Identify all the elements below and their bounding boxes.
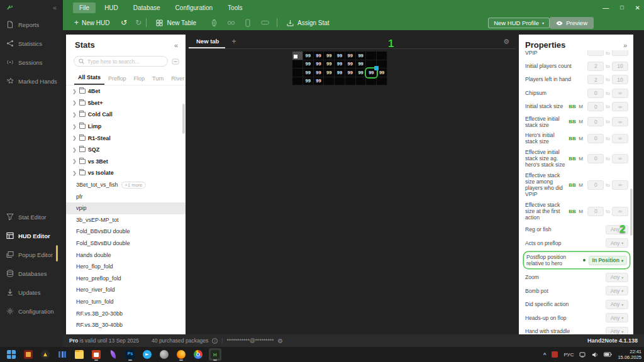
- hud-stat-cell[interactable]: 99: [335, 52, 345, 60]
- sidebar-item-popup-editor[interactable]: Popup Editor: [0, 245, 63, 264]
- unit-m-label[interactable]: M: [579, 136, 587, 141]
- hud-stat-cell[interactable]: 99: [324, 69, 335, 77]
- taskbar-hand2note[interactable]: H: [209, 348, 221, 361]
- stat-row[interactable]: RF.vs.3B_20-30bb: [66, 307, 186, 319]
- sidebar-collapse-icon[interactable]: «: [53, 4, 57, 11]
- range-from-input[interactable]: 0: [587, 89, 604, 98]
- stat-folder-row[interactable]: ❯Cold Call: [66, 109, 186, 121]
- taskbar-windows-start[interactable]: [5, 348, 18, 361]
- unit-m-label[interactable]: M: [579, 119, 587, 124]
- add-tab-icon[interactable]: +: [225, 37, 242, 46]
- property-select-heads-up-on-flop[interactable]: Any▾: [606, 313, 628, 322]
- taskbar-app-red[interactable]: [22, 348, 35, 361]
- info-icon[interactable]: i: [212, 338, 218, 344]
- hud-stat-cell[interactable]: 99: [303, 60, 314, 69]
- hud-stat-cell[interactable]: 99: [314, 69, 325, 77]
- property-select-did-specific-action[interactable]: Any▾: [606, 300, 628, 309]
- account-gear-icon[interactable]: ⚙: [277, 337, 283, 344]
- properties-scrollbar[interactable]: [630, 189, 633, 236]
- taskbar-file-explorer[interactable]: [73, 348, 86, 361]
- tab-river[interactable]: River: [167, 74, 186, 85]
- taskbar-presentation-app[interactable]: [90, 348, 103, 361]
- sidebar-item-databases[interactable]: Databases: [0, 264, 63, 283]
- stat-folder-row[interactable]: ❯Limp: [66, 121, 186, 133]
- property-select-hand-with-straddle[interactable]: Any▾: [606, 327, 628, 334]
- stats-search-box[interactable]: [74, 56, 168, 67]
- hud-stat-cell[interactable]: 99: [324, 52, 335, 60]
- stat-folder-row[interactable]: ❯vs 3Bet: [66, 156, 186, 168]
- taskbar-app-triangle[interactable]: [39, 348, 52, 361]
- hud-stat-cell-selected[interactable]: 99: [366, 69, 377, 77]
- range-from-input[interactable]: 0: [587, 117, 604, 126]
- hud-stat-cell[interactable]: 99: [345, 52, 356, 60]
- sidebar-item-marked-hands[interactable]: Marked Hands: [0, 72, 63, 90]
- range-to-input[interactable]: ∞: [612, 134, 628, 143]
- hud-stat-cell[interactable]: 99: [303, 77, 314, 86]
- undo-icon[interactable]: ↺: [119, 19, 128, 27]
- range-from-input[interactable]: 0: [587, 102, 604, 111]
- stat-row[interactable]: 3Bet_tot_vs_fish+1 more: [66, 179, 186, 191]
- hud-stat-cell[interactable]: 99: [303, 69, 314, 77]
- stat-row[interactable]: 3b_vsEP-MP_tot: [66, 214, 186, 226]
- hud-stat-cell[interactable]: 99: [314, 77, 325, 86]
- range-from-input[interactable]: [587, 50, 604, 56]
- tab-turn[interactable]: Turn: [148, 74, 167, 85]
- canvas-gear-icon[interactable]: ⚙: [503, 38, 509, 46]
- range-from-input[interactable]: 0: [587, 207, 604, 216]
- search-input[interactable]: [87, 58, 163, 65]
- hud-preview-grid[interactable]: 9999999999999999999999999999999999999999…: [292, 52, 387, 85]
- new-hud-button[interactable]: + New HUD: [69, 16, 114, 29]
- range-to-input[interactable]: ∞: [612, 89, 628, 98]
- volume-icon[interactable]: [592, 352, 598, 358]
- range-to-input[interactable]: 10: [612, 62, 628, 71]
- taskbar-firefox[interactable]: [175, 348, 187, 361]
- hud-stat-cell[interactable]: 99: [324, 60, 335, 69]
- properties-collapse-icon[interactable]: »: [623, 41, 627, 49]
- taskbar-feather-app[interactable]: [107, 348, 119, 361]
- range-to-input[interactable]: [612, 50, 628, 56]
- unit-m-label[interactable]: M: [579, 156, 587, 162]
- menu-file[interactable]: File: [73, 3, 96, 13]
- stat-row[interactable]: RF.vs.3B_30-40bb: [66, 319, 186, 331]
- taskbar-app-columns[interactable]: [56, 348, 69, 361]
- panel-icon[interactable]: [261, 19, 269, 27]
- tab-new-tab[interactable]: New tab: [189, 35, 225, 48]
- unit-bb-label[interactable]: BB: [569, 209, 579, 214]
- range-to-input[interactable]: ∞: [612, 154, 628, 163]
- sidebar-item-statistics[interactable]: Statistics: [0, 34, 63, 53]
- hud-stat-cell[interactable]: 99: [335, 69, 345, 77]
- range-to-input[interactable]: ∞: [612, 207, 628, 216]
- stat-row[interactable]: Fold_BBvsBU double: [66, 226, 186, 238]
- stat-row[interactable]: Hero_flop_fold: [66, 261, 186, 273]
- network-icon[interactable]: [579, 352, 586, 358]
- stats-collapse-icon[interactable]: «: [174, 41, 178, 49]
- menu-database[interactable]: Database: [127, 3, 167, 13]
- range-to-input[interactable]: ∞: [612, 180, 628, 190]
- stats-scrollbar[interactable]: [182, 104, 185, 134]
- redo-icon[interactable]: ↻: [134, 19, 142, 27]
- tab-preflop[interactable]: Preflop: [104, 74, 130, 85]
- stat-row[interactable]: Hero_preflop_fold: [66, 273, 186, 285]
- range-from-input[interactable]: 2: [587, 62, 604, 71]
- glasses-icon[interactable]: [227, 19, 235, 27]
- unit-m-label[interactable]: M: [579, 182, 587, 188]
- property-select-postflop-position-relative-to-hero[interactable]: In Position▾: [589, 256, 627, 265]
- hud-player-cell[interactable]: [292, 52, 303, 60]
- stat-folder-row[interactable]: ❯4Bet: [66, 85, 186, 97]
- menu-configuration[interactable]: Configuration: [169, 3, 219, 13]
- hud-stat-cell[interactable]: 99: [356, 69, 367, 77]
- taskbar-chrome[interactable]: [192, 348, 204, 361]
- battery-icon[interactable]: [604, 352, 612, 357]
- sidebar-item-reports[interactable]: Reports: [0, 15, 63, 34]
- hud-stat-cell[interactable]: 99: [356, 52, 367, 60]
- stat-folder-row[interactable]: ❯R1-Steal: [66, 132, 186, 144]
- hud-stat-cell[interactable]: 99: [345, 60, 356, 69]
- unit-bb-label[interactable]: BB: [569, 119, 579, 124]
- unit-bb-label[interactable]: BB: [569, 104, 579, 109]
- unit-bb-label[interactable]: BB: [569, 156, 579, 162]
- stat-row[interactable]: pfr: [66, 190, 186, 202]
- stat-row[interactable]: Fold_SBvsBU double: [66, 238, 186, 250]
- phone-icon[interactable]: [244, 19, 252, 27]
- stat-row[interactable]: vpip: [66, 202, 186, 214]
- hud-stat-cell[interactable]: 99: [303, 52, 314, 60]
